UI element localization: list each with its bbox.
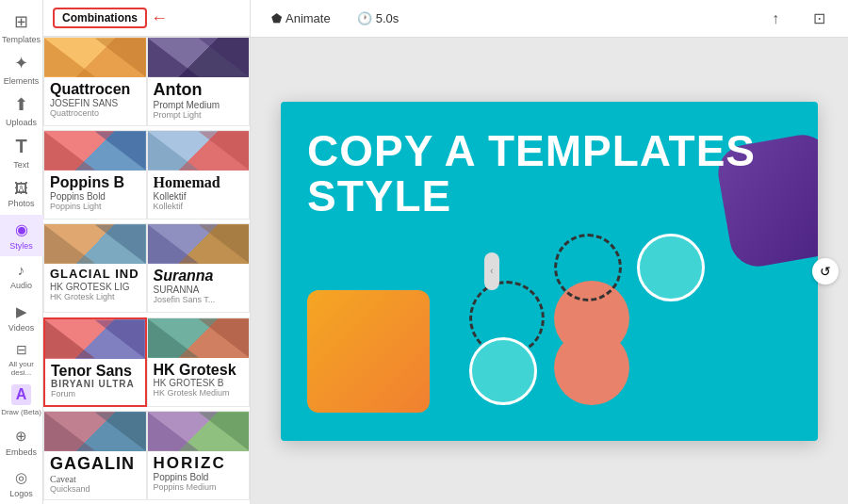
combinations-badge[interactable]: Combinations: [53, 8, 147, 28]
svg-marker-14: [148, 318, 199, 357]
font-card-banner-1: [148, 38, 250, 77]
font-card-sub-3: Kollektif: [154, 191, 244, 202]
font-card-body-3: Homemad Kollektif Kollektif: [148, 171, 250, 215]
font-card-sub2-9: Poppins Medium: [154, 482, 244, 492]
font-card-body-4: GLACIAL IND HK GROTESK LIG HK Grotesk Li…: [44, 264, 146, 304]
font-card-2[interactable]: Poppins B Poppins Bold Poppins Light: [43, 130, 147, 219]
font-card-7[interactable]: HK Grotesk HK GROTESK B HK Grotesk Mediu…: [147, 317, 251, 407]
sidebar-label-photos: Photos: [8, 199, 34, 208]
font-card-main-0: Quattrocen: [50, 81, 140, 98]
font-card-sub-4: HK GROTESK LIG: [50, 282, 140, 292]
font-card-banner-3: [148, 131, 250, 171]
font-card-sub-5: SURANNA: [154, 285, 244, 295]
font-card-body-6: Tenor Sans BIRYANI ULTRA Forum: [45, 359, 145, 403]
refresh-button[interactable]: ↺: [812, 258, 839, 285]
clock-icon: 🕐: [357, 11, 372, 25]
sidebar-item-draw[interactable]: A Draw (Beta): [0, 380, 43, 421]
font-card-6[interactable]: Tenor Sans BIRYANI ULTRA Forum: [43, 317, 147, 407]
font-card-sub2-2: Poppins Light: [50, 202, 140, 211]
font-card-body-5: Suranna SURANNA Josefin Sans T...: [148, 264, 250, 308]
animate-label: Animate: [285, 11, 331, 25]
dashed-circle-top: [554, 234, 622, 301]
all-designs-icon: ⊟: [16, 342, 27, 357]
font-card-main-6: Tenor Sans: [51, 363, 139, 380]
font-card-main-4: GLACIAL IND: [50, 268, 140, 281]
font-card-body-8: GAGALIN Caveat Quicksand: [44, 451, 146, 497]
font-card-main-7: HK Grotesk: [154, 362, 244, 379]
sidebar-item-videos[interactable]: ▶ Videos: [0, 297, 43, 338]
font-card-sub2-7: HK Grotesk Medium: [154, 388, 244, 398]
font-card-3[interactable]: Homemad Kollektif Kollektif: [147, 130, 251, 219]
export-button[interactable]: ↑: [761, 5, 790, 33]
font-card-sub-9: Poppins Bold: [154, 472, 244, 482]
canvas-title: COPY A TEMPLATES STYLE: [307, 128, 756, 219]
svg-marker-1: [95, 38, 146, 76]
font-card-banner-2: [44, 131, 146, 171]
duration-button[interactable]: 🕐 5.0s: [351, 8, 405, 29]
font-card-body-2: Poppins B Poppins Bold Poppins Light: [44, 171, 146, 215]
sidebar-label-audio: Audio: [10, 281, 32, 290]
teal-circle-bottom: [469, 337, 537, 405]
font-card-4[interactable]: GLACIAL IND HK GROTESK LIG HK Grotesk Li…: [43, 223, 147, 313]
font-card-sub2-3: Kollektif: [154, 202, 244, 211]
sidebar-item-embeds[interactable]: ⊕ Embeds: [0, 421, 43, 463]
font-card-main-5: Suranna: [154, 268, 244, 285]
red-arrow-icon: ←: [151, 8, 168, 28]
font-card-main-3: Homemad: [154, 174, 244, 191]
salmon-circle-bottom: [554, 330, 629, 405]
font-grid: Quattrocen JOSEFIN SANS Quattrocento Ant…: [43, 37, 250, 504]
videos-icon: ▶: [16, 303, 27, 320]
animate-icon: ⬟: [271, 11, 282, 25]
svg-marker-3: [198, 38, 249, 76]
font-card-1[interactable]: Anton Prompt Medium Prompt Light: [147, 37, 251, 126]
font-card-body-0: Quattrocen JOSEFIN SANS Quattrocento: [44, 77, 146, 122]
font-card-main-9: HORIZC: [154, 455, 244, 473]
font-card-8[interactable]: GAGALIN Caveat Quicksand: [43, 411, 147, 500]
font-card-5[interactable]: Suranna SURANNA Josefin Sans T...: [147, 223, 251, 313]
sidebar-item-logos[interactable]: ◎ Logos: [0, 463, 43, 504]
font-card-sub-8: Caveat: [50, 474, 140, 484]
sidebar-label-text: Text: [13, 160, 29, 170]
sidebar-item-styles[interactable]: ◉ Styles: [0, 215, 43, 256]
font-card-0[interactable]: Quattrocen JOSEFIN SANS Quattrocento: [43, 37, 147, 126]
sidebar-item-audio[interactable]: ♪ Audio: [0, 256, 43, 298]
icon-sidebar: ⊞ Templates ✦ Elements ⬆ Uploads T Text …: [0, 0, 43, 504]
sidebar-label-uploads: Uploads: [6, 118, 37, 127]
sidebar-label-embeds: Embeds: [6, 447, 37, 457]
sidebar-item-uploads[interactable]: ⬆ Uploads: [0, 90, 43, 132]
svg-marker-8: [44, 225, 95, 264]
svg-marker-12: [45, 319, 95, 357]
canvas-area: ⬟ Animate 🕐 5.0s ↑ ⊡ COPY A TEMPLATES ST…: [251, 0, 848, 504]
design-canvas: COPY A TEMPLATES STYLE: [281, 102, 818, 441]
font-card-sub2-8: Quicksand: [50, 484, 140, 494]
scroll-indicator[interactable]: ‹: [484, 252, 499, 290]
sidebar-item-photos[interactable]: 🖼 Photos: [0, 173, 43, 215]
sidebar-item-templates[interactable]: ⊞ Templates: [0, 8, 43, 49]
font-card-sub-1: Prompt Medium: [154, 100, 244, 110]
font-card-9[interactable]: HORIZC Poppins Bold Poppins Medium: [147, 411, 251, 500]
font-card-main-1: Anton: [154, 81, 244, 100]
canvas-title-line1: COPY A TEMPLATES: [307, 128, 756, 173]
svg-marker-11: [198, 225, 249, 264]
animate-button[interactable]: ⬟ Animate: [266, 8, 336, 29]
font-card-sub2-6: Forum: [51, 389, 139, 398]
sidebar-item-elements[interactable]: ✦ Elements: [0, 49, 43, 90]
svg-marker-4: [44, 132, 95, 171]
sidebar-label-all-designs: All your desi...: [0, 360, 43, 377]
svg-marker-19: [198, 412, 249, 450]
sidebar-item-text[interactable]: T Text: [0, 132, 43, 173]
embeds-icon: ⊕: [15, 428, 27, 445]
sidebar-label-templates: Templates: [2, 35, 41, 44]
canvas-toolbar: ⬟ Animate 🕐 5.0s ↑ ⊡: [251, 0, 848, 38]
canvas-title-line2: STYLE: [307, 173, 756, 219]
font-card-banner-4: [44, 224, 146, 264]
font-panel-header: Combinations ←: [43, 0, 250, 37]
sidebar-label-styles: Styles: [9, 241, 33, 251]
resize-button[interactable]: ⊡: [805, 5, 833, 33]
scroll-icon: ‹: [490, 266, 493, 276]
font-card-sub-0: JOSEFIN SANS: [50, 98, 140, 108]
font-card-sub-7: HK GROTESK B: [154, 378, 244, 388]
sidebar-item-all-designs[interactable]: ⊟ All your desi...: [0, 338, 43, 380]
audio-icon: ♪: [18, 262, 25, 278]
font-card-banner-9: [148, 412, 250, 451]
